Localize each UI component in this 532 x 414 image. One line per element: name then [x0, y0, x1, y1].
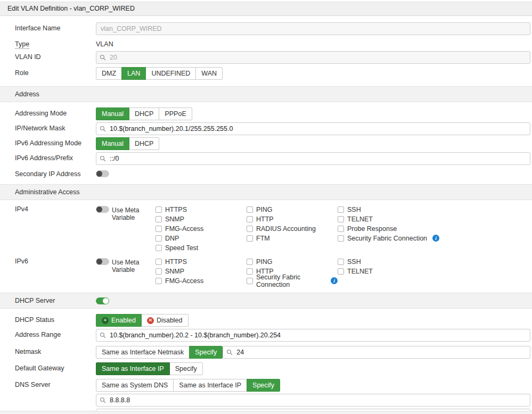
checkbox-ipv4-ftm[interactable]: FTM: [247, 234, 338, 242]
checkbox-ipv4-snmp[interactable]: SNMP: [155, 215, 247, 223]
enabled-circle-plus-icon: +: [102, 317, 109, 324]
dns-specify[interactable]: Specify: [247, 379, 280, 392]
checkbox-ipv4-probe-response[interactable]: Probe Response: [338, 225, 439, 233]
netmask-same-as-interface[interactable]: Same as Interface Netmask: [96, 346, 190, 359]
dns-same-as-system-dns[interactable]: Same as System DNS: [96, 379, 174, 392]
default-gateway-same-as-interface-ip[interactable]: Same as Interface IP: [96, 362, 170, 375]
checkbox-ipv6-https[interactable]: HTTPS: [155, 258, 247, 266]
checkbox-ipv4-fmg-access[interactable]: FMG-Access: [155, 225, 247, 233]
checkbox-ipv4-https[interactable]: HTTPS: [155, 205, 247, 213]
checkbox-icon: [247, 216, 253, 222]
default-gateway-segmented: Same as Interface IP Specify: [96, 362, 203, 375]
address-range-row: Address Range: [0, 329, 532, 342]
role-row: Role DMZ LAN UNDEFINED WAN: [0, 67, 532, 80]
dns-server-input-1[interactable]: [96, 394, 530, 407]
netmask-label: Netmask: [15, 346, 96, 355]
info-icon: i: [432, 235, 439, 242]
toggle-knob: [103, 298, 109, 304]
address-section-header: Address: [0, 86, 532, 102]
type-row: Type VLAN: [0, 38, 532, 48]
secondary-ip-label: Secondary IP Address: [15, 168, 96, 178]
checkbox-ipv6-snmp[interactable]: SNMP: [155, 267, 247, 275]
ipv6-meta-variable-toggle[interactable]: [96, 258, 109, 265]
addressing-mode-manual[interactable]: Manual: [96, 107, 129, 120]
dns-server-row: DNS Server Same as System DNS Same as In…: [0, 379, 532, 414]
dhcp-status-segmented: + Enabled ✕ Disabled: [96, 314, 189, 327]
checkbox-icon: [338, 206, 344, 213]
netmask-row: Netmask Same as Interface Netmask Specif…: [0, 346, 532, 359]
dhcp-server-label: DHCP Server: [15, 297, 96, 304]
checkbox-ipv6-security-fabric-connection[interactable]: Security Fabric Connectioni: [247, 277, 338, 285]
window-title-bar: Edit VLAN Definition - vlan_CORP_WIRED: [0, 2, 532, 16]
addressing-mode-segmented: Manual DHCP PPPoE: [96, 107, 192, 120]
checkbox-ipv4-speed-test[interactable]: Speed Test: [155, 244, 247, 252]
checkbox-icon: [155, 268, 162, 275]
ipv4-meta-variable-toggle[interactable]: [96, 206, 109, 213]
checkbox-icon: [155, 278, 162, 284]
dhcp-status-enabled[interactable]: + Enabled: [96, 314, 142, 327]
vlan-id-input[interactable]: [96, 51, 530, 64]
netmask-value-input[interactable]: [223, 346, 530, 359]
interface-name-label: Interface Name: [15, 22, 96, 32]
ip-network-mask-input[interactable]: [96, 122, 530, 135]
address-range-label: Address Range: [15, 329, 96, 338]
ipv4-label: IPv4: [15, 205, 96, 213]
ipv6-address-prefix-label: IPv6 Address/Prefix: [15, 152, 96, 162]
checkbox-ipv6-fmg-access[interactable]: FMG-Access: [155, 277, 247, 285]
ipv6-addressing-mode-manual[interactable]: Manual: [96, 137, 129, 150]
checkbox-ipv6-ssh[interactable]: SSH: [338, 258, 373, 266]
checkbox-icon: [155, 226, 162, 232]
secondary-ip-toggle[interactable]: [96, 170, 109, 177]
checkbox-ipv4-radius-accounting[interactable]: RADIUS Accounting: [247, 225, 338, 233]
toggle-knob: [96, 206, 102, 212]
ip-network-mask-label: IP/Network Mask: [15, 122, 96, 132]
interface-name-input[interactable]: [96, 22, 530, 35]
role-label: Role: [15, 67, 96, 77]
checkbox-ipv6-ping[interactable]: PING: [247, 258, 338, 266]
dns-server-segmented: Same as System DNS Same as Interface IP …: [96, 379, 280, 392]
addressing-mode-label: Addressing Mode: [15, 107, 96, 117]
checkbox-ipv4-http[interactable]: HTTP: [247, 215, 338, 223]
ipv4-admin-access-row: IPv4 Use Meta Variable HTTPS SNMP FMG-Ac…: [0, 205, 532, 253]
role-option-dmz[interactable]: DMZ: [96, 67, 122, 80]
admin-access-section-title: Administrative Access: [15, 188, 80, 196]
default-gateway-label: Default Gateway: [15, 362, 96, 372]
addressing-mode-row: Addressing Mode Manual DHCP PPPoE: [0, 107, 532, 120]
vlan-id-row: VLAN ID: [0, 51, 532, 64]
role-option-wan[interactable]: WAN: [195, 67, 223, 80]
checkbox-ipv6-telnet[interactable]: TELNET: [338, 267, 373, 275]
meta-variable-label: Use Meta Variable: [112, 258, 155, 274]
ipv6-address-prefix-row: IPv6 Address/Prefix: [0, 152, 532, 165]
checkbox-ipv4-security-fabric-connection[interactable]: Security Fabric Connectioni: [338, 234, 439, 242]
dhcp-status-row: DHCP Status + Enabled ✕ Disabled: [0, 314, 532, 327]
vlan-id-label: VLAN ID: [15, 51, 96, 61]
checkbox-icon: [155, 259, 162, 265]
ipv6-address-prefix-input[interactable]: [96, 152, 530, 165]
netmask-specify[interactable]: Specify: [189, 346, 223, 359]
checkbox-ipv4-ping[interactable]: PING: [247, 205, 338, 213]
dhcp-server-toggle[interactable]: [96, 297, 109, 304]
secondary-ip-row: Secondary IP Address: [0, 168, 532, 178]
checkbox-icon: [247, 226, 253, 232]
toggle-knob: [96, 171, 102, 177]
checkbox-ipv4-ssh[interactable]: SSH: [338, 205, 439, 213]
addressing-mode-dhcp[interactable]: DHCP: [129, 107, 159, 120]
addressing-mode-pppoe[interactable]: PPPoE: [159, 107, 192, 120]
type-value: VLAN: [96, 38, 530, 48]
ipv6-addressing-mode-dhcp[interactable]: DHCP: [129, 137, 159, 150]
role-option-undefined[interactable]: UNDEFINED: [145, 67, 196, 80]
checkbox-ipv4-dnp[interactable]: DNP: [155, 234, 247, 242]
checkbox-icon: [247, 259, 253, 265]
dns-same-as-interface-ip[interactable]: Same as Interface IP: [173, 379, 247, 392]
checkbox-icon: [247, 268, 253, 275]
role-option-lan[interactable]: LAN: [121, 67, 146, 80]
ipv4-access-checkbox-grid: HTTPS SNMP FMG-Access DNP Speed Test PIN…: [155, 205, 530, 253]
dhcp-status-disabled[interactable]: ✕ Disabled: [141, 314, 189, 327]
netmask-segmented: Same as Interface Netmask Specify: [96, 346, 223, 359]
checkbox-icon: [247, 206, 253, 213]
checkbox-icon: [338, 268, 344, 275]
toggle-knob: [96, 259, 102, 264]
default-gateway-specify[interactable]: Specify: [169, 362, 203, 375]
address-range-input[interactable]: [96, 329, 530, 342]
checkbox-ipv4-telnet[interactable]: TELNET: [338, 215, 439, 223]
